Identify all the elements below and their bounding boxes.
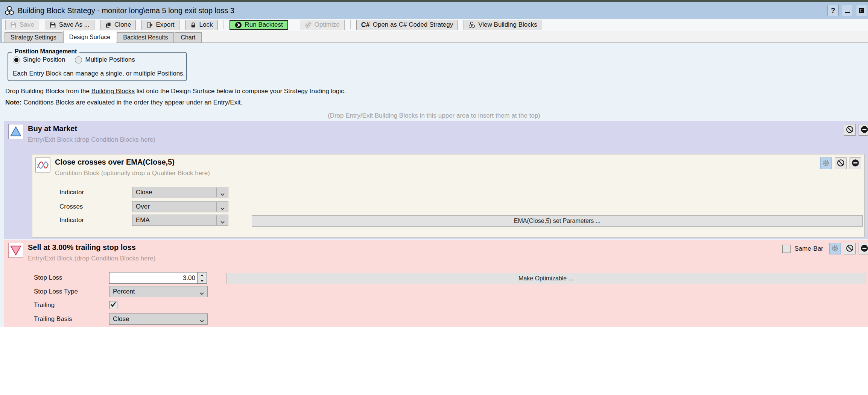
export-button[interactable]: Export: [141, 20, 179, 30]
single-position-option[interactable]: Single Position: [13, 56, 65, 64]
save-as-button[interactable]: Save As ...: [45, 20, 94, 30]
condition-settings-button[interactable]: [820, 157, 832, 169]
checkmark-icon: [110, 301, 116, 309]
same-bar-checkbox[interactable]: [782, 245, 790, 253]
circle-minus-icon: [860, 244, 868, 254]
tab-chart[interactable]: Chart: [175, 32, 201, 42]
buy-triangle-icon: [8, 124, 23, 139]
circle-minus-icon: [860, 125, 868, 135]
run-backtest-label: Run Backtest: [245, 21, 283, 29]
remove-block-button[interactable]: [859, 124, 868, 136]
open-csharp-button[interactable]: C# Open as C# Coded Strategy: [356, 20, 458, 30]
condition-block[interactable]: Close crosses over EMA(Close,5) Conditio…: [32, 154, 865, 238]
multiple-positions-option[interactable]: Multiple Positions: [75, 56, 135, 64]
clone-icon: [105, 22, 111, 28]
same-bar-label: Same-Bar: [794, 245, 823, 253]
chevron-down-icon: [199, 318, 204, 324]
minimize-button[interactable]: [842, 5, 853, 16]
crosses-value: Over: [136, 201, 150, 212]
single-position-label: Single Position: [23, 56, 65, 64]
trailing-checkbox[interactable]: [109, 301, 117, 309]
gear-icon: [831, 244, 839, 253]
trailing-basis-value: Close: [113, 314, 129, 324]
indicator2-select[interactable]: EMA: [132, 215, 228, 226]
trailing-basis-select[interactable]: Close: [109, 313, 208, 325]
open-csharp-label: Open as C# Coded Strategy: [373, 21, 453, 29]
spinner-up-button[interactable]: [198, 272, 207, 278]
dropdown-divider: [216, 188, 217, 197]
position-management-groupbox: Position Management Single Position Mult…: [8, 52, 187, 81]
window-title: Building Block Strategy - monitor long\e…: [18, 6, 234, 15]
building-blocks-link[interactable]: Building Blocks: [91, 88, 135, 95]
save-as-label: Save As ...: [59, 21, 90, 29]
optimize-button[interactable]: Optimize: [300, 20, 345, 30]
run-backtest-button[interactable]: Run Backtest: [230, 20, 288, 30]
buy-block-subtitle: Entry/Exit Block (drop Condition Blocks …: [28, 136, 155, 144]
sell-block-title: Sell at 3.00% trailing stop loss: [28, 243, 136, 252]
position-management-title: Position Management: [12, 48, 79, 55]
clone-button[interactable]: Clone: [100, 20, 136, 30]
indicator1-label: Indicator: [59, 187, 84, 198]
upper-drop-hint: (Drop Entry/Exit Building Blocks in this…: [0, 112, 868, 120]
optimize-gears-icon: [305, 21, 312, 28]
indicator1-select[interactable]: Close: [132, 187, 228, 198]
clone-label: Clone: [114, 21, 131, 29]
tab-strategy-settings[interactable]: Strategy Settings: [5, 32, 62, 42]
trailing-basis-label: Trailing Basis: [34, 313, 72, 325]
multiple-positions-label: Multiple Positions: [85, 56, 135, 64]
save-as-icon: [50, 22, 56, 28]
condition-subtitle: Condition Block (optionally drop a Quali…: [55, 170, 210, 177]
maximize-button[interactable]: [856, 5, 867, 16]
view-building-blocks-label: View Building Blocks: [478, 21, 537, 29]
view-building-blocks-button[interactable]: View Building Blocks: [464, 20, 542, 30]
buy-at-market-block[interactable]: Buy at Market Entry/Exit Block (drop Con…: [4, 121, 868, 239]
lock-icon: [190, 22, 196, 28]
minimize-icon: [845, 12, 850, 13]
set-parameters-button[interactable]: EMA(Close,5) set Parameters ...: [252, 215, 863, 227]
spinner-down-button[interactable]: [198, 278, 207, 283]
stop-loss-type-label: Stop Loss Type: [34, 286, 78, 297]
disable-block-button[interactable]: [844, 243, 856, 254]
remove-block-button[interactable]: [859, 243, 868, 254]
building-block-strategy-window: Building Block Strategy - monitor long\e…: [0, 0, 868, 395]
tab-design-surface[interactable]: Design Surface: [63, 31, 116, 43]
optimize-label: Optimize: [315, 21, 340, 29]
condition-title: Close crosses over EMA(Close,5): [55, 158, 175, 166]
radio-selected-icon[interactable]: [13, 56, 20, 64]
toolbar-separator: [294, 20, 294, 29]
circle-slash-icon: [845, 244, 854, 254]
chevron-down-icon: [220, 191, 225, 198]
help-button[interactable]: ?: [827, 5, 839, 16]
titlebar[interactable]: Building Block Strategy - monitor long\e…: [0, 2, 868, 19]
sell-triangle-icon: [8, 243, 23, 258]
design-surface-page: Position Management Single Position Mult…: [0, 43, 868, 395]
stop-loss-input[interactable]: 3.00: [109, 272, 207, 284]
radio-unselected-icon[interactable]: [75, 56, 82, 64]
lock-button[interactable]: Lock: [185, 20, 218, 30]
stop-loss-type-select[interactable]: Percent: [109, 286, 208, 297]
circle-slash-icon: [845, 125, 854, 135]
make-optimizable-button[interactable]: Make Optimizable ...: [227, 273, 865, 284]
save-label: Save: [20, 21, 34, 29]
chevron-down-icon: [199, 290, 204, 297]
design-surface-empty-area: [0, 327, 868, 395]
circle-slash-icon: [836, 159, 845, 168]
save-button[interactable]: Save: [5, 20, 39, 30]
sell-trailing-stop-block[interactable]: Sell at 3.00% trailing stop loss Entry/E…: [4, 240, 868, 327]
remove-condition-button[interactable]: [850, 157, 861, 169]
drop-instructions-post: list onto the Design Surface below to co…: [135, 88, 346, 95]
note-line: Note: Conditions Blocks are evaluated in…: [5, 99, 242, 106]
disable-condition-button[interactable]: [835, 157, 847, 169]
gear-icon: [822, 159, 830, 168]
export-icon: [146, 22, 153, 28]
tab-backtest-results[interactable]: Backtest Results: [117, 32, 174, 42]
maximize-icon: [859, 8, 864, 13]
sell-settings-button[interactable]: [829, 243, 841, 254]
export-label: Export: [156, 21, 174, 29]
building-blocks-icon: [468, 21, 475, 28]
disable-block-button[interactable]: [844, 124, 856, 136]
tabstrip: Strategy Settings Design Surface Backtes…: [2, 31, 868, 43]
run-icon: [235, 21, 242, 29]
crosses-select[interactable]: Over: [132, 201, 228, 212]
indicator1-value: Close: [136, 187, 152, 198]
